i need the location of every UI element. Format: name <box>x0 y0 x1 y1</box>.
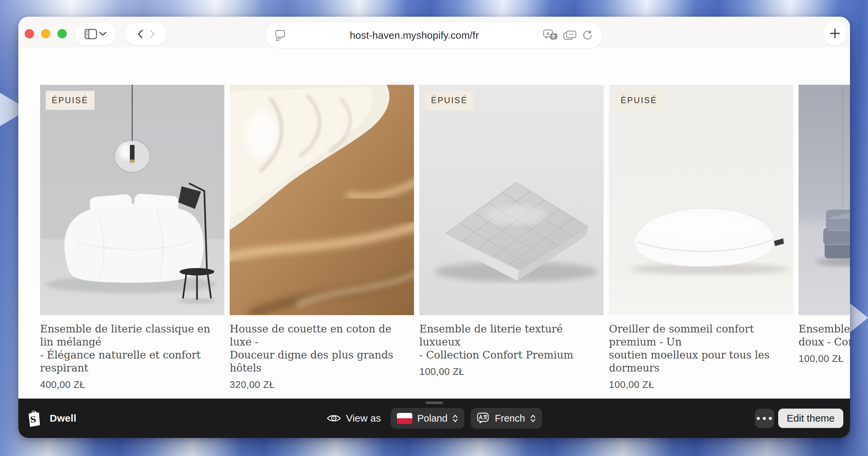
chevron-down-icon <box>99 32 106 36</box>
product-title: Ensemble de literie classique en lin mél… <box>40 323 224 374</box>
sidebar-controls <box>75 23 116 45</box>
sold-out-badge: ÉPUISÉ <box>615 91 663 110</box>
eye-icon <box>326 413 341 423</box>
nav-divider <box>146 27 147 41</box>
product-card[interactable]: ÉPUISÉ Ensemble de literie classique en … <box>40 85 224 390</box>
product-title: Oreiller de sommeil confort premium - Un… <box>609 323 793 374</box>
plus-icon <box>829 28 841 39</box>
window-controls <box>25 29 67 38</box>
sidebar-toggle-button[interactable] <box>85 29 97 39</box>
preview-controls: View as Poland French <box>326 408 542 429</box>
edit-theme-button[interactable]: Edit theme <box>778 408 843 428</box>
shopify-logo-icon: S <box>25 409 40 427</box>
product-title: Housse de couette en coton de luxe - Dou… <box>230 323 414 374</box>
address-bar-actions: A <box>543 29 593 41</box>
store-name: Dwell <box>50 413 76 424</box>
sidebar-icon <box>85 29 97 39</box>
page-settings-icon <box>275 30 285 41</box>
poland-flag-icon <box>397 413 412 424</box>
product-image-soft-bedding-set <box>799 85 850 315</box>
language-value: French <box>495 413 525 424</box>
product-card[interactable]: Ensemble de doux - Confo 100,00 ZŁ <box>799 85 850 390</box>
view-as-label: View as <box>346 413 381 424</box>
language-icon <box>477 413 490 424</box>
view-as-label-group: View as <box>326 413 381 424</box>
product-price: 400,00 ZŁ <box>40 379 224 390</box>
back-button[interactable] <box>137 29 143 39</box>
wallpaper-chevron-right <box>847 301 868 334</box>
store-preview-page: ÉPUISÉ Ensemble de literie classique en … <box>18 48 850 399</box>
product-title: Ensemble de doux - Confo <box>799 323 850 348</box>
product-grid: ÉPUISÉ Ensemble de literie classique en … <box>40 85 850 390</box>
preview-actions: Edit theme <box>755 408 843 428</box>
product-card[interactable]: ÉPUISÉ Oreiller de sommeil confort premi… <box>609 85 793 390</box>
product-price: 100,00 ZŁ <box>609 379 793 390</box>
address-bar[interactable]: host-haven.myshopify.com/fr A <box>266 22 602 48</box>
ellipsis-icon <box>757 417 760 420</box>
chevron-back-icon <box>137 29 143 39</box>
chevron-forward-icon <box>149 29 155 39</box>
product-image-linen-bedding-set <box>40 85 224 315</box>
country-value: Poland <box>417 413 447 424</box>
product-price: 100,00 ZŁ <box>799 353 850 364</box>
language-selector[interactable]: French <box>471 408 542 429</box>
minimize-window-button[interactable] <box>41 29 51 38</box>
more-options-button[interactable] <box>755 408 774 428</box>
browser-window: host-haven.myshopify.com/fr A <box>18 17 850 438</box>
product-image-comfort-pillow <box>609 85 793 315</box>
close-window-button[interactable] <box>25 29 34 38</box>
sold-out-badge: ÉPUISÉ <box>46 91 94 110</box>
translate-icon: A <box>543 29 558 41</box>
sidebar-menu-button[interactable] <box>99 32 106 36</box>
desktop-wallpaper: host-haven.myshopify.com/fr A <box>0 0 868 456</box>
zoom-window-button[interactable] <box>57 29 67 38</box>
url-text: host-haven.myshopify.com/fr <box>285 30 543 41</box>
chevron-updown-icon <box>530 414 536 423</box>
product-card[interactable]: ÉPUISÉ Ensemble de literie texturé luxue… <box>419 85 603 390</box>
product-card[interactable]: Housse de couette en coton de luxe - Dou… <box>230 85 414 390</box>
new-tab-button[interactable] <box>823 21 847 45</box>
country-selector[interactable]: Poland <box>391 408 464 429</box>
product-title: Ensemble de literie texturé luxueux - Co… <box>419 323 603 362</box>
tabs-icon <box>563 30 577 41</box>
svg-text:S: S <box>30 414 36 424</box>
shopify-preview-bar: S Dwell View as Poland <box>18 399 850 438</box>
sold-out-badge: ÉPUISÉ <box>425 91 474 110</box>
chevron-updown-icon <box>452 414 458 423</box>
translate-button[interactable]: A <box>543 29 558 41</box>
forward-button[interactable] <box>149 29 155 39</box>
product-price: 320,00 ZŁ <box>230 379 414 390</box>
product-price: 100,00 ZŁ <box>419 366 603 377</box>
svg-text:A: A <box>546 30 550 36</box>
store-identity: S Dwell <box>25 409 76 427</box>
reload-icon <box>582 30 593 41</box>
browser-toolbar: host-haven.myshopify.com/fr A <box>18 17 850 48</box>
navigation-controls <box>125 23 167 45</box>
reload-button[interactable] <box>582 30 593 41</box>
tab-overview-button[interactable] <box>563 30 577 41</box>
product-image-cotton-duvet-cover <box>230 85 414 315</box>
drag-handle[interactable] <box>426 402 443 404</box>
product-image-textured-bedding-set <box>419 85 603 315</box>
